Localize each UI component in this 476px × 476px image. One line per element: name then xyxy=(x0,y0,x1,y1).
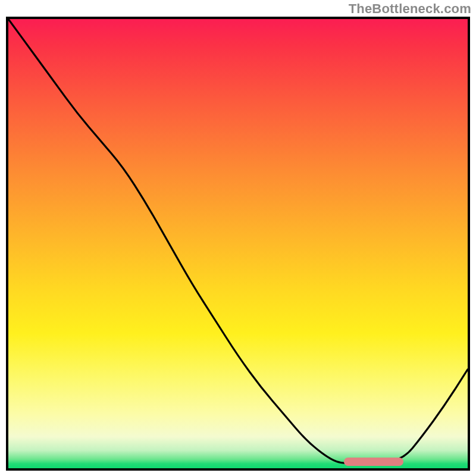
bottleneck-curve xyxy=(8,19,468,468)
watermark-text: TheBottleneck.com xyxy=(349,1,471,17)
plot-area xyxy=(6,17,470,471)
optimal-range-marker xyxy=(344,458,403,466)
curve-path xyxy=(8,19,468,464)
viewport: TheBottleneck.com xyxy=(0,0,476,476)
